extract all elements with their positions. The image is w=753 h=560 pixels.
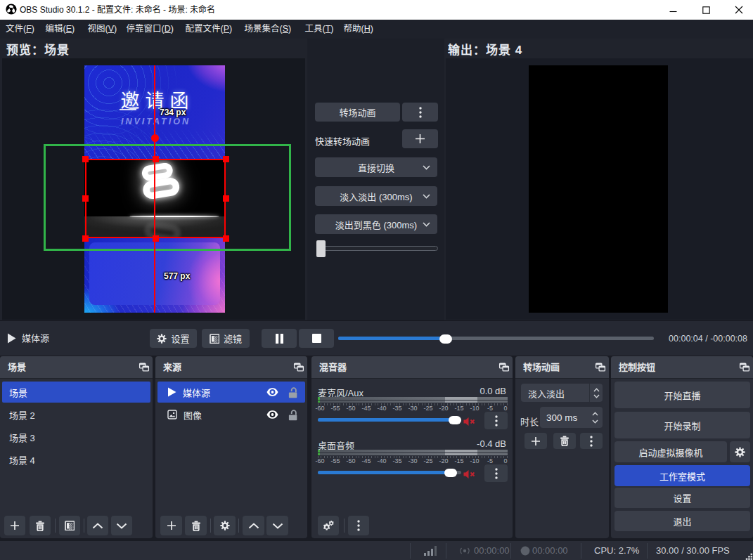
start-virtual-camera-button[interactable]: 启动虚拟摄像机 <box>614 441 727 462</box>
quick-transition-1-select[interactable]: 直接切换 <box>315 157 437 177</box>
mixer-channel-menu-button[interactable] <box>484 464 508 482</box>
selection-handle[interactable] <box>223 195 229 202</box>
media-settings-button[interactable]: 设置 <box>150 329 197 348</box>
controls-dock-header[interactable]: 控制按钮 <box>611 356 753 378</box>
volume-slider-handle[interactable] <box>444 469 457 477</box>
selection-handle[interactable] <box>82 195 89 202</box>
mixer-channel-menu-button[interactable] <box>484 412 508 429</box>
combo-spin-buttons[interactable] <box>589 384 603 402</box>
mixer-dock-title: 混音器 <box>319 356 347 378</box>
add-quick-transition-button[interactable] <box>402 129 438 148</box>
add-transition-button[interactable] <box>524 433 547 449</box>
menu-edit[interactable]: 编辑(E) <box>39 20 81 39</box>
volume-slider-track[interactable] <box>318 471 461 474</box>
audio-mixer-dock: 混音器 麦克风/Aux0.0 dB-60-55-50-45-40-35-30-2… <box>311 356 513 538</box>
mixer-menu-button[interactable] <box>348 516 369 535</box>
kebab-icon <box>495 468 498 479</box>
scene-item-4[interactable]: 场景 4 <box>2 449 150 470</box>
quick-transition-3-select[interactable]: 淡出到黑色 (300ms) <box>315 214 437 234</box>
mute-icon[interactable] <box>463 417 475 426</box>
scene-filters-button[interactable] <box>59 516 80 535</box>
menu-profile[interactable]: 配置文件(P) <box>179 20 238 39</box>
unlock-icon[interactable] <box>288 409 297 421</box>
mixer-channel-db: -0.4 dB <box>477 438 506 449</box>
menu-docks[interactable]: 停靠窗口(D) <box>120 20 179 39</box>
duration-spinbox[interactable]: 300 ms <box>540 407 603 428</box>
menu-file[interactable]: 文件(F) <box>0 20 40 39</box>
remove-transition-button[interactable] <box>553 433 576 449</box>
record-status-icon <box>520 546 530 556</box>
db-scale-tick: -45 <box>361 405 371 412</box>
virtual-camera-settings-button[interactable] <box>730 441 750 462</box>
db-scale-tick: -45 <box>361 457 371 464</box>
start-recording-button[interactable]: 开始录制 <box>614 412 750 438</box>
sources-dock: 来源 媒体源图像 <box>155 356 307 538</box>
selection-box[interactable] <box>85 159 226 238</box>
exit-button[interactable]: 退出 <box>614 511 750 531</box>
transition-select[interactable]: 淡入淡出 <box>521 384 603 402</box>
spinbox-arrows[interactable] <box>592 407 598 428</box>
transitions-dock-header[interactable]: 转场动画 <box>515 356 609 378</box>
menu-scene-collection[interactable]: 场景集合(S) <box>238 20 297 39</box>
scene-item-3[interactable]: 场景 3 <box>2 426 150 448</box>
close-button[interactable] <box>723 0 753 20</box>
settings-button[interactable]: 设置 <box>614 488 750 508</box>
volume-slider-handle[interactable] <box>449 416 461 424</box>
media-filters-button[interactable]: 滤镜 <box>202 329 250 348</box>
mixer-dock-header[interactable]: 混音器 <box>311 356 513 378</box>
source-item-2[interactable]: 图像 <box>157 404 305 425</box>
menu-view[interactable]: 视图(V) <box>82 20 123 39</box>
trash-icon <box>191 521 201 531</box>
transition-button[interactable]: 转场动画 <box>315 103 400 122</box>
selection-handle[interactable] <box>153 156 159 162</box>
kebab-icon <box>419 107 422 118</box>
media-stop-button[interactable] <box>299 329 334 348</box>
menu-help[interactable]: 帮助(H) <box>337 20 379 39</box>
scene-item-1[interactable]: 场景 <box>2 382 150 403</box>
scene-down-button[interactable] <box>111 516 132 535</box>
add-source-button[interactable] <box>160 516 182 535</box>
visibility-eye-icon[interactable] <box>266 387 278 397</box>
source-item-1[interactable]: 媒体源 <box>157 382 305 403</box>
media-seek-handle[interactable] <box>439 334 452 344</box>
db-scale-tick: -5 <box>487 457 493 464</box>
minimize-button[interactable] <box>657 0 689 20</box>
remove-scene-button[interactable] <box>30 516 51 535</box>
source-down-button[interactable] <box>266 516 288 535</box>
plus-icon <box>10 521 20 530</box>
visibility-eye-icon[interactable] <box>266 410 278 419</box>
media-pause-button[interactable] <box>262 329 297 348</box>
menu-tools[interactable]: 工具(T) <box>299 20 340 39</box>
db-scale-tick: -60 <box>315 405 324 412</box>
selection-handle[interactable] <box>223 235 229 242</box>
sources-dock-header[interactable]: 来源 <box>155 356 307 378</box>
start-streaming-button[interactable]: 开始直播 <box>614 382 750 408</box>
volume-slider-track[interactable] <box>318 418 461 422</box>
mute-icon[interactable] <box>463 469 475 479</box>
preview-pane-title: 预览：场景 <box>6 40 70 58</box>
source-properties-button[interactable] <box>214 516 236 535</box>
resize-grip[interactable] <box>745 553 753 560</box>
scene-item-2[interactable]: 场景 2 <box>2 404 150 425</box>
maximize-button[interactable] <box>690 0 722 20</box>
media-seek-track[interactable] <box>338 337 654 340</box>
selection-handle[interactable] <box>82 235 89 242</box>
add-scene-button[interactable] <box>4 516 25 535</box>
quick-transition-2-select[interactable]: 淡入淡出 (300ms) <box>315 186 437 206</box>
transition-bar-handle[interactable] <box>316 240 326 257</box>
scene-up-button[interactable] <box>87 516 108 535</box>
transition-menu-button[interactable] <box>402 103 438 122</box>
studio-mode-button[interactable]: 工作室模式 <box>614 465 750 486</box>
rotation-handle[interactable] <box>151 134 159 142</box>
selection-handle[interactable] <box>223 156 229 162</box>
source-up-button[interactable] <box>243 516 264 535</box>
selection-handle[interactable] <box>82 156 89 162</box>
selection-handle[interactable] <box>153 235 159 242</box>
db-scale-tick: -55 <box>330 457 340 464</box>
transition-menu-button[interactable] <box>580 433 603 449</box>
scenes-dock-header[interactable]: 场景 <box>0 356 153 378</box>
advanced-audio-button[interactable] <box>318 516 339 535</box>
remove-source-button[interactable] <box>185 516 207 535</box>
transition-bar-track[interactable] <box>318 246 438 251</box>
unlock-icon[interactable] <box>288 386 297 398</box>
